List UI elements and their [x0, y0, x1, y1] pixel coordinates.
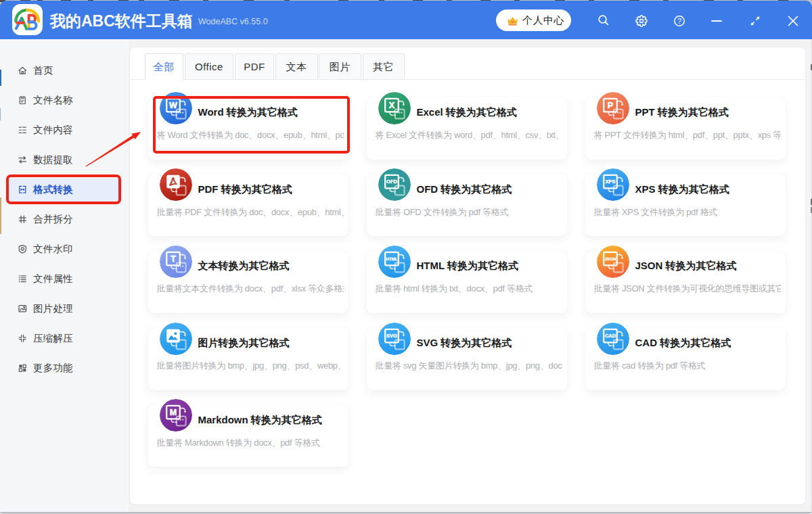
svg-text:SVG: SVG	[386, 333, 397, 339]
svg-text:M: M	[169, 408, 176, 417]
svg-text:XPS: XPS	[605, 179, 615, 185]
svg-text:T: T	[171, 254, 176, 264]
svg-text:X: X	[388, 101, 394, 110]
svg-text:CAD: CAD	[604, 333, 616, 339]
svg-text:OFD: OFD	[386, 179, 397, 185]
svg-text:P: P	[607, 101, 612, 110]
svg-text:HTML: HTML	[386, 256, 397, 261]
svg-text:?: ?	[677, 17, 681, 25]
svg-text:JSON: JSON	[604, 256, 616, 261]
